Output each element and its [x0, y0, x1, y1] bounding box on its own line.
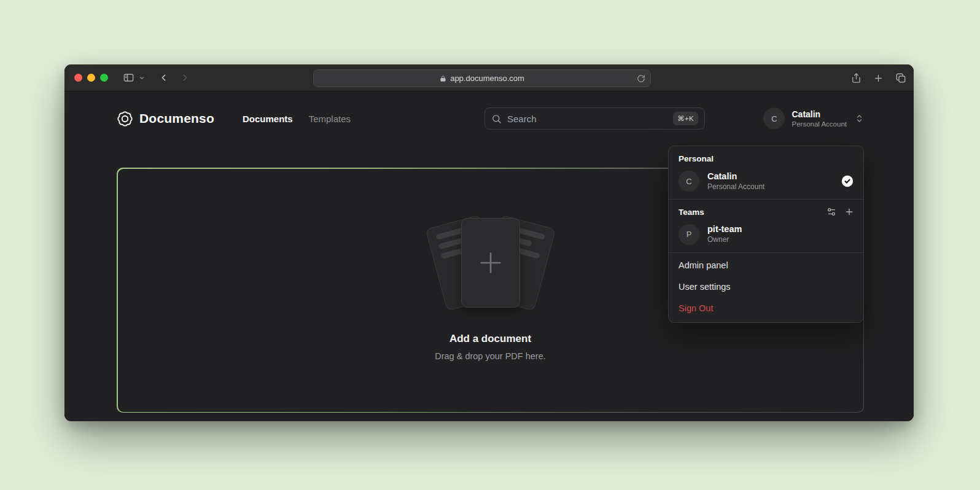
dropzone-subtitle: Drag & drop your PDF here. — [435, 351, 546, 361]
team-item[interactable]: P pit-team Owner — [669, 219, 863, 252]
account-menu-button[interactable]: C Catalin Personal Account — [763, 108, 864, 130]
personal-account-avatar: C — [679, 171, 699, 192]
nav-documents[interactable]: Documents — [243, 114, 293, 124]
zoom-window-button[interactable] — [100, 74, 108, 82]
documenso-logo-icon — [117, 111, 133, 127]
nav-templates[interactable]: Templates — [309, 114, 351, 124]
sidebar-icon[interactable] — [123, 72, 134, 84]
search-placeholder: Search — [507, 114, 537, 124]
brand[interactable]: Documenso — [117, 111, 214, 127]
forward-button[interactable] — [180, 72, 190, 83]
account-avatar: C — [763, 108, 785, 130]
back-button[interactable] — [158, 72, 169, 83]
minimize-window-button[interactable] — [87, 74, 95, 82]
search-icon — [491, 114, 502, 124]
dropzone-title: Add a document — [449, 333, 531, 345]
personal-account-subtitle: Personal Account — [707, 182, 764, 192]
plus-icon — [476, 249, 505, 277]
team-name: pit-team — [707, 224, 742, 235]
menu-item-user-settings[interactable]: User settings — [669, 276, 863, 298]
brand-name: Documenso — [139, 111, 214, 126]
personal-section-label: Personal — [669, 146, 863, 166]
personal-account-name: Catalin — [707, 171, 764, 182]
traffic-lights — [74, 74, 108, 82]
tab-overview-icon[interactable] — [895, 72, 906, 84]
personal-account-item[interactable]: C Catalin Personal Account — [669, 166, 863, 199]
browser-window: app.documenso.com — [64, 64, 914, 421]
sidebar-chevron-down-icon[interactable] — [139, 75, 145, 81]
close-window-button[interactable] — [74, 74, 82, 82]
address-bar[interactable]: app.documenso.com — [313, 69, 651, 87]
account-name: Catalin — [791, 109, 847, 120]
url-text: app.documenso.com — [450, 74, 524, 83]
menu-item-sign-out[interactable]: Sign Out — [669, 298, 863, 319]
document-stack-illustration — [411, 211, 570, 314]
menu-item-admin-panel[interactable]: Admin panel — [669, 255, 863, 276]
account-subtitle: Personal Account — [791, 120, 847, 128]
team-avatar: P — [679, 224, 699, 245]
new-tab-icon[interactable] — [873, 73, 884, 84]
page-content: Documenso Documents Templates Search ⌘+K… — [64, 101, 914, 421]
document-card-center — [461, 218, 520, 308]
main-nav: Documents Templates — [243, 114, 351, 124]
share-icon[interactable] — [851, 72, 861, 84]
search-input[interactable]: Search ⌘+K — [484, 107, 705, 130]
account-dropdown-menu: Personal C Catalin Personal Account Team… — [668, 146, 864, 323]
manage-teams-icon[interactable] — [826, 207, 836, 217]
chevrons-up-down-icon — [855, 114, 864, 123]
lock-icon — [440, 75, 446, 82]
browser-titlebar: app.documenso.com — [64, 64, 914, 91]
app-header: Documenso Documents Templates Search ⌘+K… — [117, 101, 864, 136]
selected-check-icon — [841, 174, 854, 188]
add-team-icon[interactable] — [844, 207, 854, 217]
team-role: Owner — [707, 235, 742, 245]
search-shortcut-badge: ⌘+K — [673, 112, 698, 125]
teams-section-label: Teams — [679, 208, 704, 217]
reload-icon[interactable] — [637, 74, 645, 83]
